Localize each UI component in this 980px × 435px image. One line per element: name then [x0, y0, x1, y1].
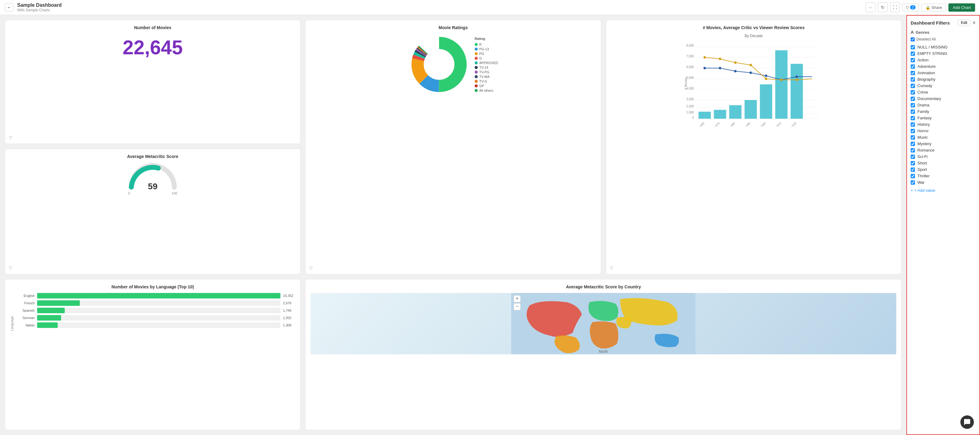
hbar-label-german: German: [16, 316, 35, 320]
filter-checkbox-10[interactable]: [911, 110, 915, 114]
combo-chart-svg: 8,000 7,000 6,000 5,000 4,000 3,000 2,00…: [611, 40, 896, 126]
filter-item-documentary[interactable]: Documentary: [911, 95, 976, 102]
filter-checkbox-6[interactable]: [911, 84, 915, 88]
filter-checkbox-11[interactable]: [911, 116, 915, 120]
filters-edit-button[interactable]: Edit: [958, 19, 971, 26]
filter-checkbox-0[interactable]: [911, 45, 915, 49]
filter-item-sport[interactable]: Sport: [911, 166, 976, 173]
filter-checkbox-13[interactable]: [911, 129, 915, 133]
filters-close-button[interactable]: ×: [972, 19, 976, 26]
filter-item-empty-string[interactable]: EMPTY STRING: [911, 50, 976, 57]
filter-item-fantasy[interactable]: Fantasy: [911, 115, 976, 121]
gauge-value: 59: [148, 182, 158, 191]
filters-header: Dashboard Filters Edit ×: [911, 19, 976, 26]
filter-checkbox-17[interactable]: [911, 155, 915, 159]
legend-dot-others: [475, 89, 478, 92]
ratings-filter-icon[interactable]: ▽: [309, 265, 313, 270]
dashboard-grid: Number of Movies 22,645 ▽ Movie Ratings: [0, 15, 906, 435]
filter-item-history[interactable]: History: [911, 121, 976, 128]
filter-checkbox-9[interactable]: [911, 103, 915, 107]
hbar-val-italian: 1,308: [283, 323, 295, 327]
num-movies-filter-icon[interactable]: ▽: [9, 135, 12, 140]
filter-item-horror[interactable]: Horror: [911, 128, 976, 134]
filter-checkbox-15[interactable]: [911, 142, 915, 146]
filter-label-14: Music: [917, 135, 928, 140]
svg-point-42: [765, 75, 767, 77]
filter-item-animation[interactable]: Animation: [911, 70, 976, 76]
add-chart-button[interactable]: Add Chart: [948, 3, 975, 12]
filter-checkbox-14[interactable]: [911, 135, 915, 140]
filter-item-music[interactable]: Music: [911, 134, 976, 141]
filter-item-sci-fi[interactable]: Sci-Fi: [911, 153, 976, 160]
legend-dot-approved: [475, 61, 478, 64]
hbar-track-italian: [37, 322, 280, 328]
filter-item-thriller[interactable]: Thriller: [911, 173, 976, 179]
legend-dot-gp: [475, 84, 478, 87]
filter-checkbox-1[interactable]: [911, 52, 915, 56]
filter-item-drama[interactable]: Drama: [911, 102, 976, 108]
more-icon: ···: [869, 5, 872, 10]
donut-legend: Rating R PG-13 PG G: [475, 37, 498, 92]
add-value-button[interactable]: + + Add value: [911, 188, 976, 193]
filter-button[interactable]: ▽ 2: [902, 4, 919, 11]
filter-checkbox-16[interactable]: [911, 148, 915, 152]
legend-dot-r: [475, 43, 478, 46]
filter-checkbox-3[interactable]: [911, 64, 915, 69]
filter-item-war[interactable]: War: [911, 179, 976, 186]
deselect-all-label: Deselect All: [916, 37, 936, 41]
filter-label-2: Action: [917, 58, 929, 62]
filter-checkbox-4[interactable]: [911, 71, 915, 75]
filter-checkbox-8[interactable]: [911, 97, 915, 101]
expand-button[interactable]: ⛶: [890, 2, 900, 12]
filter-item-mystery[interactable]: Mystery: [911, 141, 976, 147]
svg-point-46: [719, 58, 721, 60]
share-button[interactable]: 🔒 Share: [921, 4, 946, 11]
legend-dot-tv14: [475, 66, 478, 69]
add-chart-label: Add Chart: [953, 5, 971, 10]
filter-item-null-/-missing[interactable]: NULL / MISSING: [911, 44, 976, 50]
filter-item-family[interactable]: Family: [911, 108, 976, 115]
hbar-fill-english: [37, 293, 280, 298]
hbar-fill-italian: [37, 322, 58, 328]
filter-checkbox-5[interactable]: [911, 77, 915, 82]
filter-checkbox-18[interactable]: [911, 161, 915, 165]
filter-item-crime[interactable]: Crime: [911, 89, 976, 95]
filter-item-romance[interactable]: Romance: [911, 147, 976, 153]
refresh-icon: ↻: [881, 5, 885, 10]
refresh-button[interactable]: ↻: [878, 2, 888, 12]
filter-checkbox-21[interactable]: [911, 180, 915, 185]
filter-item-action[interactable]: Action: [911, 57, 976, 63]
svg-text:1980 - 1990: 1980 - 1990: [738, 121, 751, 126]
decade-filter-icon[interactable]: ▽: [610, 265, 613, 270]
chat-bubble[interactable]: [960, 415, 974, 429]
filter-checkbox-2[interactable]: [911, 58, 915, 62]
svg-point-41: [749, 71, 752, 74]
svg-text:−: −: [516, 304, 519, 309]
filter-label-11: Fantasy: [917, 116, 932, 120]
filter-checkbox-19[interactable]: [911, 167, 915, 172]
filter-item-adventure[interactable]: Adventure: [911, 63, 976, 70]
chat-icon: [963, 418, 971, 426]
legend-dot-pg13: [475, 48, 478, 51]
header-title-section: Sample Dashboard With Sample Charts: [17, 2, 862, 12]
hbar-track-spanish: [37, 308, 280, 313]
map-container: + − North: [310, 293, 896, 354]
filter-item-biography[interactable]: Biography: [911, 76, 976, 83]
metacritic-filter-icon[interactable]: ▽: [9, 265, 12, 270]
svg-rect-33: [729, 105, 741, 119]
svg-point-45: [703, 56, 706, 59]
svg-text:6,000: 6,000: [686, 65, 694, 69]
svg-text:2000 - 2010: 2000 - 2010: [769, 121, 782, 126]
header: ← Sample Dashboard With Sample Charts ··…: [0, 0, 980, 15]
filter-label-1: EMPTY STRING: [917, 51, 947, 56]
filter-checkbox-12[interactable]: [911, 122, 915, 127]
filter-checkbox-7[interactable]: [911, 90, 915, 94]
more-options-button[interactable]: ···: [865, 2, 875, 12]
legend-item-pg: PG: [475, 52, 498, 56]
deselect-all-checkbox[interactable]: [911, 37, 915, 41]
deselect-all-button[interactable]: Deselect All: [911, 37, 976, 41]
filter-checkbox-20[interactable]: [911, 174, 915, 178]
filter-item-short[interactable]: Short: [911, 160, 976, 166]
filter-item-comedy[interactable]: Comedy: [911, 83, 976, 89]
back-button[interactable]: ←: [5, 3, 13, 12]
